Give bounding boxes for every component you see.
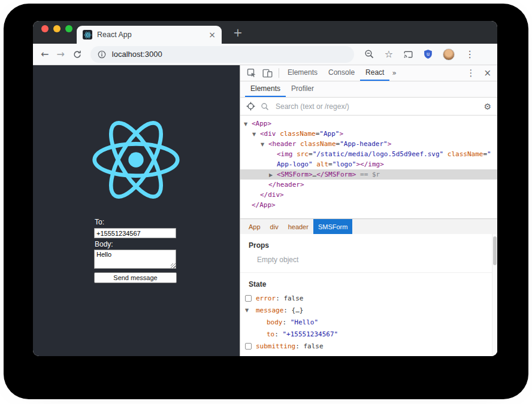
traffic-lights xyxy=(41,25,72,32)
send-message-button[interactable]: Send message xyxy=(94,272,177,283)
react-devtools-subtab-bar: ElementsProfiler xyxy=(240,81,497,98)
props-empty-text: Empty object xyxy=(257,256,497,264)
fullscreen-window-button[interactable] xyxy=(65,25,72,32)
back-button[interactable]: ← xyxy=(41,50,49,59)
component-tree: ▼<App>▼<div className="App">▼<header cla… xyxy=(240,116,497,218)
state-key: body xyxy=(267,318,283,326)
more-panels-icon[interactable]: » xyxy=(392,69,396,77)
state-rows: error: false▼message: {…}body: "Hello"to… xyxy=(240,292,497,352)
tab-title: React App xyxy=(97,31,208,39)
tree-row-selected[interactable]: ▶<SMSForm>…</SMSForm> == $r xyxy=(240,169,497,180)
select-react-element-icon[interactable] xyxy=(246,102,255,111)
textarea-resize-grip-icon[interactable] xyxy=(171,263,176,268)
scrollbar-track[interactable] xyxy=(492,234,497,356)
state-value: false xyxy=(283,294,303,302)
devtools-panel: ElementsConsoleReact » ⋮ × ElementsProfi… xyxy=(240,65,497,356)
state-row-to: to: "+15551234567" xyxy=(240,328,497,340)
expand-arrow-icon[interactable]: ▼ xyxy=(245,308,256,313)
tree-row[interactable]: </header> xyxy=(240,180,497,190)
inspect-element-icon[interactable] xyxy=(247,68,256,78)
browser-menu-icon[interactable]: ⋮ xyxy=(465,48,474,60)
expand-arrow-icon[interactable]: ▼ xyxy=(261,139,268,150)
zoom-icon[interactable] xyxy=(364,49,374,59)
state-value: {…} xyxy=(292,306,304,314)
avatar xyxy=(443,48,455,60)
tab-react[interactable]: React xyxy=(360,65,389,81)
devtools-close-icon[interactable]: × xyxy=(483,69,491,78)
search-input[interactable] xyxy=(274,102,478,111)
breadcrumb-App[interactable]: App xyxy=(244,219,265,234)
search-icon xyxy=(261,102,269,111)
expand-arrow-icon[interactable]: ▼ xyxy=(252,129,260,139)
subtab-profiler[interactable]: Profiler xyxy=(286,81,319,97)
close-window-button[interactable] xyxy=(41,25,49,32)
tab-console[interactable]: Console xyxy=(323,65,360,81)
address-bar[interactable]: localhost:3000 xyxy=(90,46,354,63)
tab-close-icon[interactable]: × xyxy=(208,30,216,40)
browser-toolbar: ← → localhost:3000 xyxy=(33,44,497,65)
react-app-panel: To: Body: Hello Send message xyxy=(33,65,240,356)
url-text: localhost:3000 xyxy=(112,50,162,59)
state-key: to xyxy=(267,330,274,338)
tree-row[interactable]: ▼<header className="App-header"> xyxy=(240,139,497,149)
state-row-error: error: false xyxy=(240,292,497,304)
tree-row[interactable]: ▼<div className="App"> xyxy=(240,129,497,139)
body-label: Body: xyxy=(95,240,113,248)
breadcrumb-bar: AppdivheaderSMSForm xyxy=(240,218,497,234)
state-key: error xyxy=(256,294,276,302)
tree-row[interactable]: </App> xyxy=(240,200,497,210)
cast-icon[interactable] xyxy=(403,50,413,59)
svg-text:u: u xyxy=(427,51,430,57)
scrollbar-thumb[interactable] xyxy=(493,236,497,265)
react-favicon-icon xyxy=(83,30,92,40)
profile-avatar[interactable] xyxy=(443,48,455,60)
refresh-button[interactable] xyxy=(72,50,82,59)
site-info-icon[interactable] xyxy=(98,50,106,59)
checkbox-submitting[interactable] xyxy=(245,343,252,350)
subtab-elements[interactable]: Elements xyxy=(245,81,286,97)
tree-row[interactable]: ▼<App> xyxy=(240,119,497,129)
devtools-menu-icon[interactable]: ⋮ xyxy=(466,69,475,78)
tree-row[interactable]: </div> xyxy=(240,190,497,200)
device-toolbar-icon[interactable] xyxy=(262,69,273,78)
props-state-panel: Props Empty object State error: false▼me… xyxy=(240,234,497,356)
expand-arrow-icon[interactable]: ▶ xyxy=(269,170,277,180)
breadcrumb-SMSForm[interactable]: SMSForm xyxy=(313,219,353,234)
separator xyxy=(279,68,279,78)
section-divider xyxy=(240,272,497,273)
devtools-main-tabs: ElementsConsoleReact xyxy=(282,65,389,81)
new-tab-button[interactable]: + xyxy=(233,26,243,39)
tab-strip: React App × + xyxy=(33,21,497,44)
tree-row[interactable]: App-logo" alt="logo"></img> xyxy=(240,159,497,169)
to-input[interactable] xyxy=(94,228,176,238)
state-value: false xyxy=(303,342,323,350)
state-row-body: body: "Hello" xyxy=(240,316,497,328)
expand-arrow-icon[interactable]: ▼ xyxy=(244,119,252,129)
to-label: To: xyxy=(95,218,104,226)
tab-elements[interactable]: Elements xyxy=(282,65,323,81)
gear-icon[interactable]: ⚙ xyxy=(483,102,491,111)
browser-window: React App × + ← → localhost:3000 xyxy=(33,21,497,356)
state-key: submitting xyxy=(256,342,295,350)
devtools-tab-bar: ElementsConsoleReact » ⋮ × xyxy=(240,65,497,81)
devtools-subtabs: ElementsProfiler xyxy=(245,81,319,97)
checkbox-error[interactable] xyxy=(245,295,252,302)
tree-row[interactable]: <img src="/static/media/logo.5d5d9eef.sv… xyxy=(240,149,497,159)
state-value: "Hello" xyxy=(291,318,318,326)
state-row-submitting: submitting: false xyxy=(240,340,497,352)
forward-button[interactable]: → xyxy=(56,50,64,59)
state-value: "+15551234567" xyxy=(283,330,338,338)
breadcrumb-header[interactable]: header xyxy=(283,219,313,234)
breadcrumb-div[interactable]: div xyxy=(265,219,283,234)
adblock-extension-icon[interactable]: u xyxy=(424,49,433,59)
state-row-message: ▼message: {…} xyxy=(240,304,497,316)
browser-tab[interactable]: React App × xyxy=(77,26,222,44)
body-textarea[interactable]: Hello xyxy=(94,250,176,269)
state-section-title: State xyxy=(249,280,497,288)
component-search-bar: ⚙ xyxy=(240,98,497,116)
props-section-title: Props xyxy=(249,241,497,250)
minimize-window-button[interactable] xyxy=(53,25,61,32)
react-logo xyxy=(88,117,184,205)
bookmark-star-icon[interactable]: ☆ xyxy=(385,48,393,60)
state-key: message xyxy=(256,306,283,314)
